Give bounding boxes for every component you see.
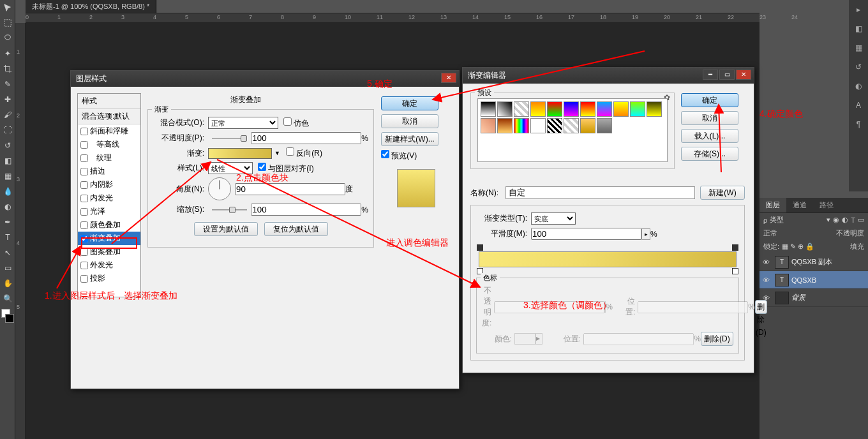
preset-swatch[interactable] bbox=[580, 101, 595, 117]
eyedropper-tool[interactable]: ✎ bbox=[0, 77, 15, 92]
scale-slider[interactable] bbox=[212, 205, 247, 214]
style-item[interactable]: 内发光 bbox=[78, 191, 140, 205]
preset-swatch[interactable] bbox=[547, 101, 562, 117]
style-item[interactable]: 等高线 bbox=[78, 138, 140, 151]
preset-swatch[interactable] bbox=[580, 118, 595, 133]
set-default-button[interactable]: 设置为默认值 bbox=[194, 222, 258, 236]
gradient-bar[interactable] bbox=[479, 251, 737, 267]
tab-channels[interactable]: 通道 bbox=[786, 198, 813, 212]
gradient-name-input[interactable] bbox=[505, 186, 695, 199]
delete-stop-button[interactable]: 删除(D) bbox=[755, 300, 767, 314]
shape-tool[interactable]: ▭ bbox=[0, 260, 15, 276]
tab-layers[interactable]: 图层 bbox=[760, 198, 786, 212]
pen-tool[interactable]: ✒ bbox=[0, 214, 15, 230]
style-item[interactable]: 描边 bbox=[78, 165, 140, 178]
gradient-style-select[interactable]: 线性 bbox=[208, 162, 253, 174]
blur-tool[interactable]: 💧 bbox=[0, 184, 15, 199]
ok-button[interactable]: 确定 bbox=[381, 96, 438, 110]
preset-swatch[interactable] bbox=[630, 101, 645, 117]
ge-load-button[interactable]: 载入(L)... bbox=[681, 129, 738, 143]
preset-swatch[interactable] bbox=[597, 101, 612, 117]
marquee-tool[interactable] bbox=[0, 15, 15, 31]
blend-mode-select[interactable]: 正常 bbox=[208, 117, 278, 129]
stamp-tool[interactable]: ⛶ bbox=[0, 123, 15, 138]
preset-swatch[interactable] bbox=[564, 118, 579, 133]
history-brush-tool[interactable]: ↺ bbox=[0, 138, 15, 153]
minimize-icon[interactable]: ━ bbox=[703, 70, 718, 80]
style-item[interactable]: 光泽 bbox=[78, 205, 140, 218]
style-item[interactable]: 纹理 bbox=[78, 151, 140, 165]
adjustments-panel-icon[interactable]: ◐ bbox=[849, 77, 868, 96]
preset-swatch[interactable] bbox=[547, 118, 562, 133]
preset-swatch[interactable] bbox=[481, 101, 496, 117]
para-panel-icon[interactable]: ¶ bbox=[849, 115, 868, 134]
color-panel-icon[interactable]: ◧ bbox=[849, 19, 868, 38]
gradient-preview[interactable] bbox=[208, 148, 272, 159]
ge-cancel-button[interactable]: 取消 bbox=[681, 111, 738, 125]
dodge-tool[interactable]: ◐ bbox=[0, 199, 15, 214]
style-item[interactable]: 斜面和浮雕 bbox=[78, 124, 140, 138]
wand-tool[interactable]: ✦ bbox=[0, 46, 15, 61]
preset-swatch[interactable] bbox=[597, 118, 612, 133]
smoothness-input[interactable] bbox=[531, 228, 641, 240]
reverse-checkbox[interactable] bbox=[286, 147, 294, 156]
angle-dial[interactable] bbox=[208, 177, 231, 200]
blend-options[interactable]: 混合选项:默认 bbox=[78, 109, 140, 124]
brush-tool[interactable]: 🖌 bbox=[0, 107, 15, 123]
color-swatches[interactable] bbox=[0, 309, 15, 328]
crop-tool[interactable] bbox=[0, 61, 15, 77]
ge-new-button[interactable]: 新建(W) bbox=[700, 186, 745, 200]
cancel-button[interactable]: 取消 bbox=[381, 114, 438, 128]
layer-row[interactable]: 👁TQQSXB 副本 bbox=[760, 253, 868, 271]
dither-checkbox[interactable] bbox=[283, 117, 292, 126]
preset-swatch[interactable] bbox=[530, 101, 546, 117]
gradient-tool[interactable]: ▦ bbox=[0, 168, 15, 184]
move-tool[interactable] bbox=[0, 0, 15, 15]
opacity-slider[interactable] bbox=[212, 134, 247, 143]
preset-swatch[interactable] bbox=[514, 118, 529, 133]
style-item[interactable]: 投影 bbox=[78, 272, 140, 285]
style-item[interactable]: 颜色叠加 bbox=[78, 218, 140, 232]
preset-swatch[interactable] bbox=[497, 101, 513, 117]
stop-color-swatch[interactable] bbox=[514, 333, 535, 345]
delete-stop-button-2[interactable]: 删除(D) bbox=[701, 332, 733, 346]
document-tab[interactable]: 未标题-1 @ 100% (QQSXB, RGB/8) * bbox=[26, 0, 156, 13]
style-item[interactable]: 外发光 bbox=[78, 258, 140, 272]
align-checkbox[interactable] bbox=[258, 163, 266, 171]
ge-ok-button[interactable]: 确定 bbox=[681, 93, 738, 107]
layer-row[interactable]: 👁TQQSXB bbox=[760, 271, 868, 289]
layer-row[interactable]: 👁背景 bbox=[760, 289, 868, 307]
angle-input[interactable] bbox=[235, 183, 345, 195]
type-tool[interactable]: T bbox=[0, 230, 15, 245]
preset-swatch[interactable] bbox=[530, 118, 546, 133]
hand-tool[interactable]: ✋ bbox=[0, 276, 15, 291]
scale-input[interactable] bbox=[251, 204, 361, 216]
styles-header[interactable]: 样式 bbox=[78, 94, 140, 109]
lasso-tool[interactable] bbox=[0, 31, 15, 46]
history-panel-icon[interactable]: ↺ bbox=[849, 57, 868, 77]
preset-swatch[interactable] bbox=[564, 101, 579, 117]
style-item[interactable]: 内阴影 bbox=[78, 178, 140, 191]
heal-tool[interactable]: ✚ bbox=[0, 92, 15, 107]
gradient-type-select[interactable]: 实底 bbox=[531, 212, 576, 225]
dialog-title[interactable]: 渐变编辑器 ━ ▭ ✕ bbox=[463, 68, 754, 84]
preset-swatch[interactable] bbox=[497, 118, 513, 133]
preset-swatch[interactable] bbox=[613, 101, 629, 117]
eraser-tool[interactable]: ◧ bbox=[0, 153, 15, 168]
style-item[interactable]: 图案叠加 bbox=[78, 245, 140, 258]
style-item[interactable]: 渐变叠加 bbox=[78, 232, 140, 245]
reset-default-button[interactable]: 复位为默认值 bbox=[264, 222, 328, 236]
maximize-icon[interactable]: ▭ bbox=[719, 70, 735, 80]
tab-paths[interactable]: 路径 bbox=[813, 198, 840, 212]
new-style-button[interactable]: 新建样式(W)... bbox=[381, 132, 438, 146]
preset-swatch[interactable] bbox=[481, 118, 496, 133]
preset-swatch[interactable] bbox=[514, 101, 529, 117]
dropdown-icon[interactable]: ▸ bbox=[641, 228, 650, 240]
close-icon[interactable]: ✕ bbox=[736, 70, 751, 80]
preset-swatch[interactable] bbox=[647, 101, 662, 117]
swatches-panel-icon[interactable]: ▦ bbox=[849, 38, 868, 57]
panel-icon[interactable]: ▸ bbox=[849, 0, 868, 19]
zoom-tool[interactable]: 🔍 bbox=[0, 291, 15, 306]
opacity-input[interactable] bbox=[251, 132, 361, 144]
preview-checkbox[interactable] bbox=[381, 150, 389, 158]
